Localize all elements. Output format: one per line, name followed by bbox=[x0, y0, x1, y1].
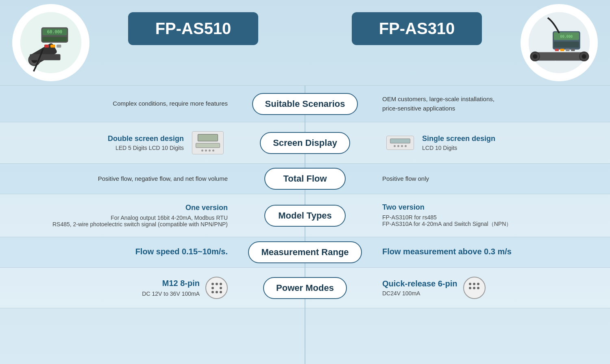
svg-rect-24 bbox=[571, 49, 575, 51]
cell-right-screen: Single screen design LCD 10 Digits bbox=[370, 122, 610, 163]
svg-rect-9 bbox=[57, 45, 61, 48]
cell-center-flow: Total Flow bbox=[240, 164, 370, 194]
left-product-name: FP-AS510 bbox=[155, 20, 231, 37]
row-model-types: One version For Analog output 16bit 4-20… bbox=[0, 194, 610, 237]
row-power-modes: M12 8-pin DC 12V to 36V 100mA bbox=[0, 267, 610, 308]
title-right: FP-AS310 bbox=[352, 12, 482, 45]
right-model-text: FP-AS310R for rs485FP-AS310A for 4-20mA … bbox=[382, 214, 512, 228]
left-measurement-bold: Flow speed 0.15~10m/s. bbox=[135, 247, 228, 256]
svg-rect-22 bbox=[560, 49, 564, 51]
cell-right-flow: Positive flow only bbox=[370, 164, 610, 194]
svg-rect-7 bbox=[44, 45, 49, 48]
cell-right-power: Quick-release 6-pin DC24V 100mA bbox=[370, 268, 610, 308]
double-lcd-icon bbox=[192, 131, 224, 154]
svg-rect-21 bbox=[555, 49, 559, 51]
cell-left-measurement: Flow speed 0.15~10m/s. bbox=[0, 237, 240, 267]
svg-text:60.000: 60.000 bbox=[47, 29, 62, 34]
left-power-bold: M12 8-pin bbox=[162, 279, 200, 288]
right-flow-text: Positive flow only bbox=[382, 174, 429, 184]
cell-left-model: One version For Analog output 16bit 4-20… bbox=[0, 194, 240, 237]
label-screen-display: Screen Display bbox=[260, 132, 350, 154]
single-lcd-icon bbox=[386, 136, 414, 150]
m12-connector-icon bbox=[205, 277, 228, 299]
product-svg-510: 60.000 bbox=[18, 10, 83, 75]
right-power-text: DC24V 100mA bbox=[382, 290, 458, 297]
left-suitable-text: Complex conditions, require more feature… bbox=[113, 99, 228, 108]
cell-left-power: M12 8-pin DC 12V to 36V 100mA bbox=[0, 268, 240, 308]
product-svg-310: 00.000 bbox=[527, 10, 592, 75]
right-measurement-bold: Flow measurement above 0.3 m/s bbox=[382, 247, 512, 256]
left-flow-text: Positive flow, negative flow, and net fl… bbox=[98, 174, 228, 184]
svg-point-27 bbox=[533, 54, 537, 58]
left-screen-bold: Double screen design bbox=[108, 134, 184, 143]
cell-right-model: Two version FP-AS310R for rs485FP-AS310A… bbox=[370, 194, 610, 237]
cell-left-suitable: Complex conditions, require more feature… bbox=[0, 86, 240, 122]
right-screen-sub: LCD 10 Digits bbox=[422, 145, 495, 151]
left-model-text: For Analog output 16bit 4-20mA, Modbus R… bbox=[52, 214, 228, 228]
svg-point-16 bbox=[582, 54, 586, 58]
cell-center-power: Power Modes bbox=[240, 268, 370, 308]
label-total-flow: Total Flow bbox=[264, 168, 346, 190]
cell-right-measurement: Flow measurement above 0.3 m/s bbox=[370, 237, 610, 267]
cell-left-flow: Positive flow, negative flow, and net fl… bbox=[0, 164, 240, 194]
svg-text:00.000: 00.000 bbox=[560, 35, 573, 39]
screen-right-content: Single screen design LCD 10 Digits bbox=[382, 134, 495, 151]
title-left: FP-AS510 bbox=[128, 12, 258, 45]
label-suitable-scenarios: Suitable Scenarios bbox=[252, 93, 358, 115]
right-model-bold: Two version bbox=[382, 203, 425, 212]
row-screen-display: Double screen design LED 5 Digits LCD 10… bbox=[0, 122, 610, 163]
cell-center-model: Model Types bbox=[240, 194, 370, 237]
right-suitable-text: OEM customers, large-scale installations… bbox=[382, 95, 495, 113]
row-suitable-scenarios: Complex conditions, require more feature… bbox=[0, 85, 610, 122]
right-product-name: FP-AS310 bbox=[379, 20, 455, 37]
right-screen-bold: Single screen design bbox=[422, 134, 495, 143]
svg-rect-12 bbox=[30, 54, 60, 60]
row-total-flow: Positive flow, negative flow, and net fl… bbox=[0, 163, 610, 194]
cell-center-screen: Screen Display bbox=[240, 122, 370, 163]
label-measurement-range: Measurement Range bbox=[248, 241, 362, 263]
left-screen-sub: LED 5 Digits LCD 10 Digits bbox=[108, 145, 184, 151]
label-model-types: Model Types bbox=[264, 205, 346, 227]
svg-rect-23 bbox=[566, 49, 569, 51]
svg-rect-8 bbox=[50, 45, 55, 48]
svg-rect-20 bbox=[554, 41, 579, 48]
label-power-modes: Power Modes bbox=[263, 277, 347, 299]
comparison-table: Complex conditions, require more feature… bbox=[0, 85, 610, 308]
left-model-bold: One version bbox=[185, 204, 228, 212]
product-image-right: 00.000 bbox=[521, 4, 598, 81]
product-image-left: 60.000 bbox=[12, 4, 89, 81]
cell-center-measurement: Measurement Range bbox=[240, 237, 370, 267]
row-measurement-range: Flow speed 0.15~10m/s. Measurement Range… bbox=[0, 237, 610, 267]
cell-right-suitable: OEM customers, large-scale installations… bbox=[370, 86, 610, 122]
left-power-text: DC 12V to 36V 100mA bbox=[142, 290, 200, 297]
right-power-bold: Quick-release 6-pin bbox=[382, 279, 458, 288]
svg-rect-6 bbox=[42, 37, 67, 41]
cell-left-screen: Double screen design LED 5 Digits LCD 10… bbox=[0, 122, 240, 163]
quick-release-connector-icon bbox=[463, 277, 486, 299]
cell-center-suitable: Suitable Scenarios bbox=[240, 86, 370, 122]
screen-left-content: Double screen design LED 5 Digits LCD 10… bbox=[108, 131, 228, 154]
